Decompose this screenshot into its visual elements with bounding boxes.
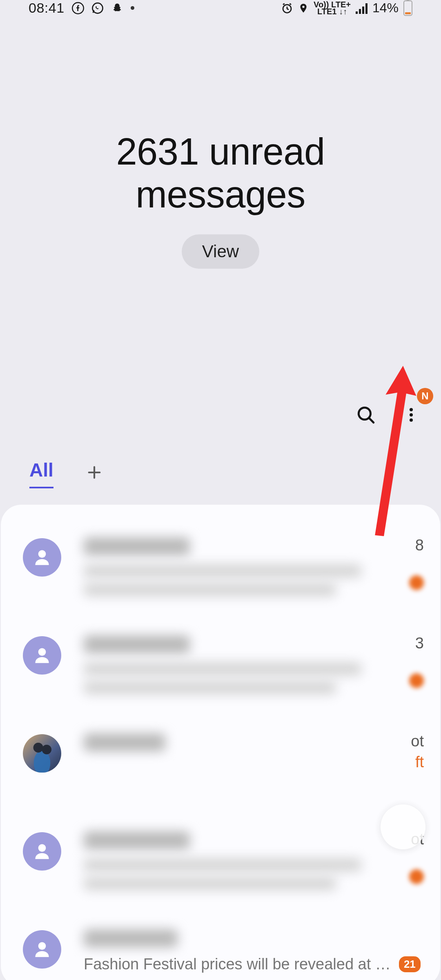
avatar [23, 636, 61, 675]
conversation-time: 3 [415, 635, 424, 652]
avatar [23, 832, 61, 871]
search-button[interactable] [354, 403, 377, 426]
svg-point-5 [410, 408, 413, 411]
status-time: 08:41 [29, 0, 65, 16]
svg-point-6 [410, 413, 413, 416]
avatar-photo [23, 734, 61, 773]
battery-icon [403, 0, 412, 16]
unread-indicator [409, 575, 424, 590]
more-vertical-icon [402, 405, 420, 425]
conversation-item[interactable]: ot ft [1, 725, 440, 823]
search-icon [356, 405, 376, 425]
conversation-item[interactable]: Fashion Festival prices will be revealed… [1, 921, 440, 980]
add-filter-button[interactable] [86, 463, 102, 485]
conversations-card: 8 3 [1, 505, 440, 980]
unread-title: 2631 unread messages [33, 130, 408, 216]
conversation-status: ft [415, 753, 424, 771]
blurred-title [84, 635, 190, 653]
network-lte-icon: Vo)) LTE+ LTE1 ↓↑ [314, 1, 351, 15]
person-icon [32, 645, 52, 666]
conversation-time: ot [411, 733, 424, 750]
more-badge: N [417, 388, 433, 404]
unread-indicator [409, 869, 424, 884]
more-options-button[interactable]: N [400, 403, 423, 426]
blurred-title [84, 733, 165, 751]
svg-point-3 [302, 6, 304, 8]
svg-point-11 [38, 942, 46, 950]
blurred-title [84, 537, 190, 555]
blurred-snippet [84, 681, 336, 694]
notification-dot-icon [131, 6, 134, 10]
view-button[interactable]: View [182, 234, 259, 269]
battery-percent: 14% [372, 0, 399, 16]
blurred-snippet [84, 877, 336, 890]
status-bar: 08:41 Vo)) LTE+ LTE1 ↓↑ [0, 0, 441, 16]
person-icon [32, 841, 52, 862]
plus-icon [86, 464, 102, 481]
signal-icon [356, 2, 368, 14]
snapchat-icon [111, 2, 123, 14]
conversation-item[interactable]: 8 [1, 529, 440, 627]
blurred-title [84, 831, 190, 849]
facebook-icon [72, 2, 84, 14]
blurred-title [84, 929, 178, 947]
tab-all[interactable]: All [29, 459, 53, 488]
svg-point-7 [410, 419, 413, 422]
avatar [23, 930, 61, 969]
conversation-time: 8 [415, 537, 424, 554]
unread-count-badge: 21 [399, 956, 421, 972]
location-icon [298, 2, 309, 14]
person-icon [32, 547, 52, 568]
alarm-icon [281, 2, 293, 14]
blurred-snippet [84, 564, 361, 577]
blurred-snippet [84, 583, 336, 596]
svg-point-9 [38, 648, 46, 656]
whatsapp-icon [91, 2, 104, 14]
unread-indicator [409, 673, 424, 688]
svg-point-8 [38, 550, 46, 558]
compose-fab[interactable] [381, 804, 425, 849]
blurred-snippet [84, 858, 361, 871]
conversation-item[interactable]: ot [1, 823, 440, 921]
person-icon [32, 939, 52, 960]
svg-point-10 [38, 844, 46, 852]
conversation-item[interactable]: 3 [1, 627, 440, 725]
avatar [23, 538, 61, 577]
conversation-snippet: Fashion Festival prices will be revealed… [84, 956, 391, 973]
blurred-snippet [84, 662, 361, 675]
